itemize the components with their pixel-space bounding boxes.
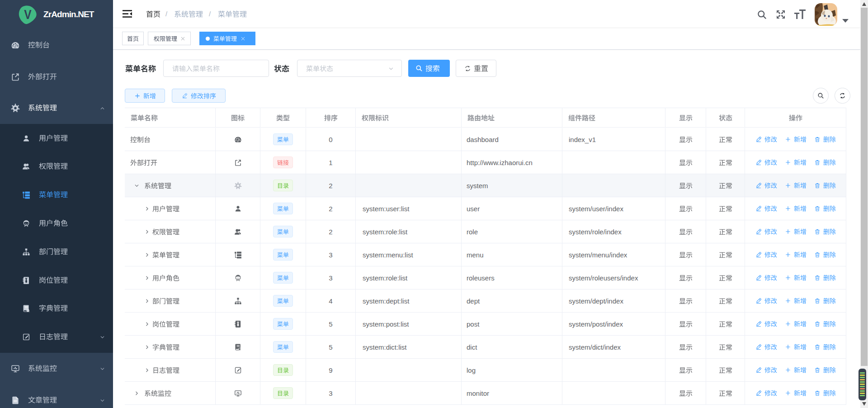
- svg-text:V: V: [24, 7, 32, 22]
